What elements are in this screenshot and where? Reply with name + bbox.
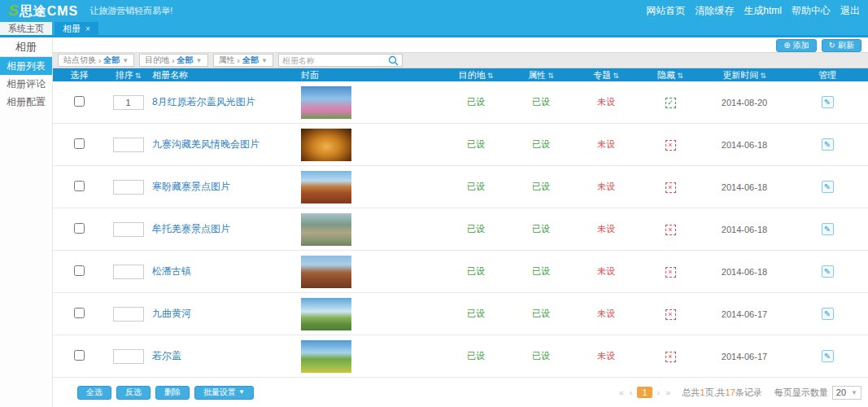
search-icon[interactable]	[388, 55, 399, 66]
sort-order-input[interactable]	[113, 349, 144, 364]
prev-page-icon[interactable]: ‹	[629, 387, 634, 397]
filter-site-label: 站点切换	[63, 55, 96, 66]
filter-destination[interactable]: 目的地›全部▼	[139, 54, 207, 67]
chevron-down-icon: ▼	[122, 57, 129, 64]
table-row: 牟托羌寨景点图片 已设 已设 未设 × 2014-06-18 ✎	[53, 208, 868, 251]
hidden-toggle-icon[interactable]: ×	[665, 267, 676, 278]
sort-order-input[interactable]	[113, 222, 144, 237]
last-page-icon[interactable]: »	[665, 387, 671, 397]
album-cover-image[interactable]	[301, 256, 351, 288]
edit-icon[interactable]: ✎	[822, 223, 834, 235]
tab-album[interactable]: 相册×	[55, 22, 98, 35]
row-checkbox[interactable]	[74, 265, 85, 276]
nav-clear-cache[interactable]: 清除缓存	[695, 4, 734, 18]
delete-button[interactable]: 删除	[155, 386, 190, 400]
edit-icon[interactable]: ✎	[822, 308, 834, 320]
filter-separator: ›	[98, 56, 101, 65]
row-checkbox[interactable]	[74, 96, 85, 107]
nav-site-home[interactable]: 网站首页	[646, 4, 685, 18]
pagination: « ‹ 1 › » 总共1页,共17条记录 每页显示数量 20▼	[618, 386, 861, 400]
album-cover-image[interactable]	[301, 213, 351, 246]
album-name-link[interactable]: 寒盼藏寨景点图片	[152, 181, 230, 192]
tab-close-icon[interactable]: ×	[85, 24, 90, 33]
search-input[interactable]	[282, 56, 388, 65]
first-page-icon[interactable]: «	[618, 387, 625, 397]
sort-arrows-icon: ⇅	[677, 72, 683, 80]
sort-order-input[interactable]	[113, 265, 144, 279]
per-page-label: 每页显示数量	[774, 387, 828, 399]
sort-order-input[interactable]	[113, 307, 144, 322]
album-cover-image[interactable]	[301, 298, 351, 330]
edit-icon[interactable]: ✎	[822, 181, 834, 193]
record-count: 17	[726, 387, 735, 397]
column-manage: 管理	[787, 69, 868, 81]
column-topic[interactable]: 专题⇅	[574, 69, 639, 81]
top-nav: 网站首页 清除缓存 生成html 帮助中心 退出	[646, 4, 860, 18]
table-row: 寒盼藏寨景点图片 已设 已设 未设 × 2014-06-18 ✎	[53, 166, 868, 208]
column-destination[interactable]: 目的地⇅	[443, 69, 508, 81]
album-name-link[interactable]: 若尔盖	[152, 350, 181, 361]
hidden-toggle-icon[interactable]: ×	[665, 182, 676, 193]
edit-icon[interactable]: ✎	[822, 138, 834, 151]
refresh-button-label: 刷新	[838, 40, 854, 51]
app-logo[interactable]: S 思途CMS	[8, 2, 78, 20]
app-title: 思途CMS	[20, 3, 79, 20]
per-page-select[interactable]: 20▼	[832, 386, 861, 400]
hidden-toggle-icon[interactable]: ×	[665, 309, 676, 320]
chevron-down-icon: ▼	[196, 57, 203, 64]
refresh-button[interactable]: ↻刷新	[822, 39, 861, 52]
edit-icon[interactable]: ✎	[822, 96, 834, 108]
destination-status: 已设	[443, 181, 508, 193]
row-checkbox[interactable]	[74, 308, 85, 318]
tab-system-home[interactable]: 系统主页	[0, 22, 52, 35]
album-cover-image[interactable]	[301, 86, 351, 119]
column-attribute[interactable]: 属性⇅	[508, 69, 574, 81]
destination-status: 已设	[443, 265, 508, 278]
add-button[interactable]: ⊕添加	[776, 39, 816, 52]
hidden-toggle-icon[interactable]: ×	[665, 225, 676, 235]
main-content: ⊕添加 ↻刷新 站点切换›全部▼ 目的地›全部▼ 属性›全部▼	[53, 37, 868, 407]
album-name-link[interactable]: 九曲黄河	[152, 308, 191, 319]
hidden-toggle-icon[interactable]: ×	[665, 140, 676, 151]
hidden-toggle-icon[interactable]: ✓	[665, 98, 676, 108]
current-page-button[interactable]: 1	[637, 387, 652, 398]
sort-order-input[interactable]	[113, 95, 144, 110]
album-name-link[interactable]: 九寨沟藏羌风情晚会图片	[152, 138, 260, 150]
filter-site-switch[interactable]: 站点切换›全部▼	[58, 54, 134, 67]
album-name-link[interactable]: 松潘古镇	[152, 265, 191, 277]
batch-settings-button[interactable]: 批量设置▼	[194, 386, 254, 400]
sidebar-item-album-comments[interactable]: 相册评论	[0, 75, 52, 93]
filter-attribute[interactable]: 属性›全部▼	[213, 54, 273, 67]
row-checkbox[interactable]	[74, 350, 85, 361]
album-cover-image[interactable]	[301, 129, 351, 161]
album-cover-image[interactable]	[301, 340, 351, 373]
edit-icon[interactable]: ✎	[822, 265, 834, 278]
column-sort[interactable]: 排序⇅	[106, 69, 150, 81]
row-checkbox[interactable]	[74, 223, 85, 234]
sort-order-input[interactable]	[113, 180, 144, 195]
nav-help-center[interactable]: 帮助中心	[792, 4, 831, 18]
next-page-icon[interactable]: ›	[656, 387, 661, 397]
topic-status: 未设	[574, 350, 639, 362]
column-update-time[interactable]: 更新时间⇅	[702, 69, 787, 81]
album-cover-image[interactable]	[301, 171, 351, 204]
chevron-down-icon: ▼	[238, 387, 245, 398]
per-page-value: 20	[836, 387, 846, 397]
filter-separator: ›	[172, 56, 174, 65]
sort-order-input[interactable]	[113, 138, 144, 152]
column-hidden[interactable]: 隐藏⇅	[639, 69, 702, 81]
row-checkbox[interactable]	[74, 138, 85, 149]
nav-logout[interactable]: 退出	[840, 4, 860, 18]
sidebar-item-album-list[interactable]: 相册列表	[0, 57, 52, 75]
hidden-toggle-icon[interactable]: ×	[665, 352, 676, 362]
row-checkbox[interactable]	[74, 181, 85, 191]
attribute-status: 已设	[508, 138, 574, 151]
invert-selection-button[interactable]: 反选	[116, 386, 150, 400]
album-name-link[interactable]: 8月红原若尔盖风光图片	[152, 96, 255, 107]
edit-icon[interactable]: ✎	[822, 350, 834, 362]
select-all-button[interactable]: 全选	[77, 386, 111, 400]
album-name-link[interactable]: 牟托羌寨景点图片	[152, 223, 230, 234]
nav-generate-html[interactable]: 生成html	[744, 4, 782, 18]
destination-status: 已设	[443, 308, 508, 320]
sidebar-item-album-config[interactable]: 相册配置	[0, 93, 52, 111]
